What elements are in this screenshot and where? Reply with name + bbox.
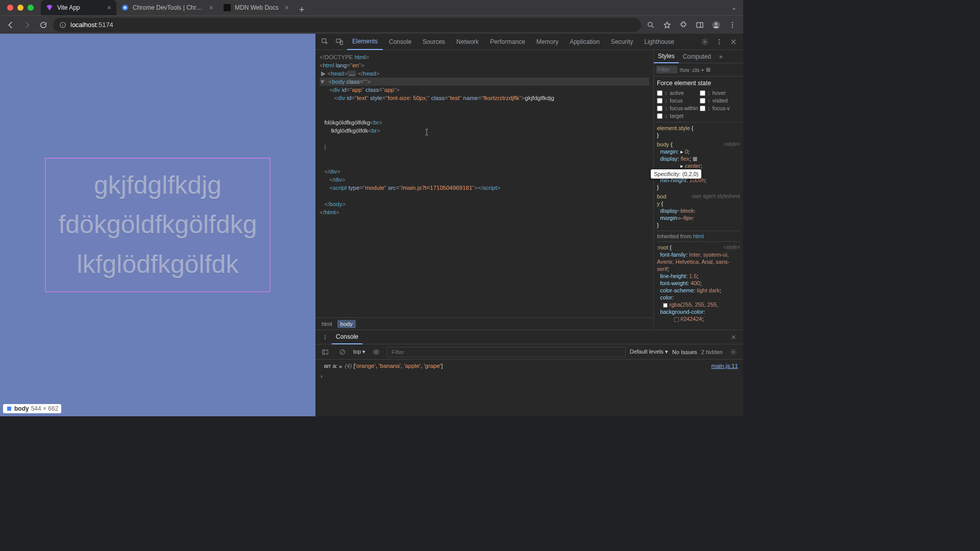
issues-badge[interactable]: No Issues bbox=[672, 349, 697, 355]
console-settings-icon[interactable] bbox=[727, 345, 740, 359]
device-icon[interactable]: ⊞ bbox=[706, 66, 710, 73]
maximize-window-icon[interactable] bbox=[28, 5, 34, 11]
settings-icon[interactable] bbox=[698, 35, 712, 48]
reload-button[interactable] bbox=[37, 18, 50, 32]
mdn-icon bbox=[224, 4, 231, 11]
tab-vite-app[interactable]: Vite App × bbox=[41, 0, 116, 15]
browser-titlebar: Vite App × Chrome DevTools | Chrome × MD… bbox=[0, 0, 743, 15]
back-button[interactable] bbox=[4, 18, 17, 32]
svg-point-4 bbox=[648, 22, 652, 26]
dom-breadcrumbs[interactable]: html body bbox=[315, 317, 653, 330]
browser-tabs: Vite App × Chrome DevTools | Chrome × MD… bbox=[41, 0, 729, 15]
log-source-link[interactable]: main.js:11 bbox=[712, 363, 738, 370]
more-icon[interactable] bbox=[713, 35, 726, 48]
svg-point-20 bbox=[325, 337, 326, 338]
tab-mdn[interactable]: MDN Web Docs × bbox=[218, 0, 294, 15]
tab-console[interactable]: Console bbox=[384, 34, 416, 50]
text-line: gkjfdglfkdjg bbox=[58, 166, 257, 206]
url-field[interactable]: localhost:5174 bbox=[53, 18, 641, 32]
extensions-icon[interactable] bbox=[677, 18, 690, 32]
tab-title: Chrome DevTools | Chrome bbox=[133, 4, 205, 11]
chrome-icon bbox=[121, 4, 129, 11]
elements-pane[interactable]: <!DOCTYPE html> <html lang="en"> ▶ <head… bbox=[315, 50, 653, 330]
hov-toggle[interactable]: :hov bbox=[679, 67, 690, 73]
inspect-icon[interactable] bbox=[318, 35, 332, 48]
tab-overflow-icon[interactable]: ⌄ bbox=[729, 4, 739, 11]
svg-rect-22 bbox=[323, 349, 328, 354]
svg-point-15 bbox=[704, 41, 706, 43]
search-icon[interactable] bbox=[644, 18, 657, 32]
tab-performance[interactable]: Performance bbox=[485, 34, 530, 50]
site-info-icon[interactable] bbox=[59, 21, 66, 29]
svg-point-17 bbox=[719, 41, 720, 42]
filter-input[interactable] bbox=[656, 66, 677, 73]
dom-tree[interactable]: <!DOCTYPE html> <html lang="en"> ▶ <head… bbox=[315, 50, 653, 317]
state-focus-visible[interactable]: :focus-v bbox=[700, 105, 741, 111]
tab-sources[interactable]: Sources bbox=[418, 34, 450, 50]
context-selector[interactable]: top ▾ bbox=[353, 348, 365, 355]
side-panel-icon[interactable] bbox=[693, 18, 706, 32]
tab-devtools-docs[interactable]: Chrome DevTools | Chrome × bbox=[116, 0, 218, 15]
devtools-panel: Elements Console Sources Network Perform… bbox=[315, 34, 743, 416]
close-devtools-icon[interactable] bbox=[727, 35, 740, 48]
state-focus-within[interactable]: :focus-within bbox=[657, 105, 698, 111]
tab-lighthouse[interactable]: Lighthouse bbox=[639, 34, 679, 50]
styles-pane: Styles Computed » :hov .cls + ⊞ Force el… bbox=[653, 50, 743, 330]
more-icon[interactable] bbox=[318, 331, 332, 344]
close-drawer-icon[interactable] bbox=[727, 331, 740, 344]
tab-application[interactable]: Application bbox=[565, 34, 605, 50]
svg-point-18 bbox=[719, 43, 720, 44]
tab-computed[interactable]: Computed bbox=[679, 50, 715, 63]
minimize-window-icon[interactable] bbox=[17, 5, 23, 11]
forward-button[interactable] bbox=[20, 18, 34, 32]
eye-icon[interactable] bbox=[370, 345, 383, 359]
text-line: fdökgöldfkgölfdkg bbox=[58, 205, 257, 245]
force-element-state: Force element state :active :hover :focu… bbox=[654, 77, 743, 122]
style-rules[interactable]: element.style {} <style>body { margin: ▸… bbox=[654, 122, 743, 330]
state-target[interactable]: :target bbox=[657, 113, 698, 119]
bookmark-icon[interactable] bbox=[660, 18, 674, 32]
svg-rect-2 bbox=[224, 4, 231, 11]
url-text: localhost:5174 bbox=[70, 21, 113, 29]
close-icon[interactable]: × bbox=[285, 4, 289, 12]
new-tab-button[interactable]: + bbox=[294, 5, 310, 15]
svg-point-8 bbox=[732, 22, 733, 23]
new-rule-icon[interactable]: + bbox=[701, 67, 704, 73]
element-size-badge: body 544 × 662 bbox=[3, 404, 61, 413]
tab-network[interactable]: Network bbox=[451, 34, 484, 50]
highlighted-element: gkjfdglfkdjg fdökgöldfkgölfdkg lkfglödfk… bbox=[45, 158, 270, 293]
clear-console-icon[interactable] bbox=[336, 345, 349, 359]
drawer-console-tab[interactable]: Console bbox=[332, 330, 362, 344]
state-hover[interactable]: :hover bbox=[700, 90, 741, 96]
more-icon[interactable]: » bbox=[715, 50, 727, 63]
console-prompt[interactable]: › bbox=[321, 373, 738, 379]
cls-toggle[interactable]: .cls bbox=[691, 67, 700, 73]
tab-styles[interactable]: Styles bbox=[654, 50, 679, 63]
console-log-entry[interactable]: arr a: ▸ (4) ['orange', 'banana', 'apple… bbox=[321, 363, 738, 370]
close-icon[interactable]: × bbox=[209, 4, 213, 12]
breadcrumb[interactable]: html bbox=[318, 320, 335, 328]
close-icon[interactable]: × bbox=[107, 4, 111, 12]
sidebar-toggle-icon[interactable] bbox=[318, 345, 332, 359]
text-line: lkfglödfkgölfdk bbox=[58, 245, 257, 285]
device-toggle-icon[interactable] bbox=[333, 35, 346, 48]
svg-point-7 bbox=[715, 22, 718, 25]
profile-icon[interactable] bbox=[709, 18, 723, 32]
console-filter-input[interactable] bbox=[387, 347, 625, 357]
page-viewport[interactable]: gkjfdglfkdjg fdökgöldfkgölfdkg lkfglödfk… bbox=[0, 34, 315, 416]
breadcrumb[interactable]: body bbox=[337, 320, 356, 328]
close-window-icon[interactable] bbox=[7, 5, 13, 11]
menu-icon[interactable] bbox=[726, 18, 739, 32]
state-active[interactable]: :active bbox=[657, 90, 698, 96]
tab-security[interactable]: Security bbox=[606, 34, 638, 50]
traffic-lights bbox=[4, 5, 37, 11]
text-cursor-icon bbox=[423, 128, 431, 137]
svg-point-25 bbox=[732, 351, 734, 353]
state-focus[interactable]: :focus bbox=[657, 97, 698, 104]
levels-selector[interactable]: Default levels ▾ bbox=[630, 348, 668, 355]
tab-title: MDN Web Docs bbox=[235, 4, 281, 11]
tab-elements[interactable]: Elements bbox=[347, 34, 383, 50]
tab-memory[interactable]: Memory bbox=[531, 34, 564, 50]
hidden-count[interactable]: 2 hidden bbox=[701, 349, 723, 355]
state-visited[interactable]: :visited bbox=[700, 97, 741, 104]
